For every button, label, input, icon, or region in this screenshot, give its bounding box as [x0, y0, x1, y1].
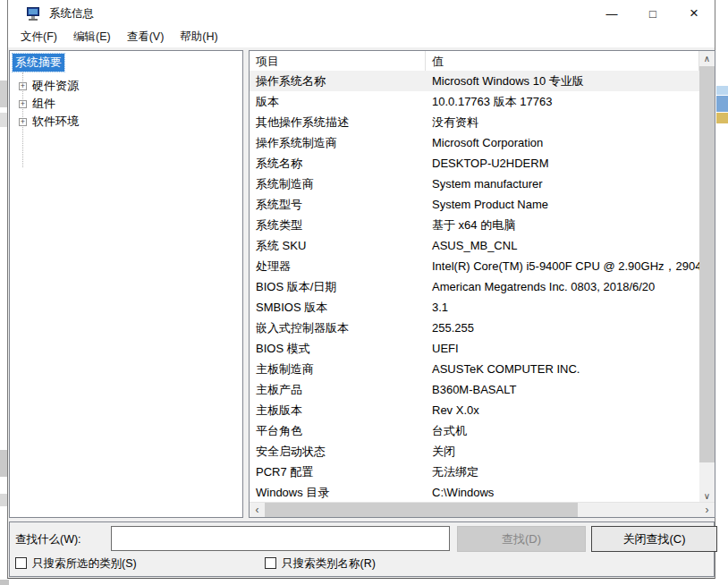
value-cell: American Megatrends Inc. 0803, 2018/6/20 [426, 280, 699, 293]
tree-item-software-environment[interactable]: + 软件环境 [10, 113, 79, 131]
value-cell: 255.255 [426, 321, 699, 335]
value-cell: System Product Name [426, 198, 699, 211]
scroll-left-icon[interactable]: ‹ [250, 503, 265, 517]
table-row[interactable]: 主板版本Rev X.0x [250, 400, 699, 420]
table-row[interactable]: 平台角色台式机 [250, 420, 699, 441]
table-row[interactable]: 系统类型基于 x64 的电脑 [250, 215, 699, 235]
find-button[interactable]: 查找(D) [457, 526, 586, 552]
item-cell: 操作系统制造商 [250, 135, 426, 151]
table-row[interactable]: PCR7 配置无法绑定 [250, 462, 699, 482]
item-cell: Windows 目录 [250, 485, 426, 501]
search-selected-category-label: 只搜索所选的类别(S) [32, 556, 137, 572]
vertical-scroll-thumb[interactable] [699, 66, 715, 462]
list-header: 项目 值 [250, 51, 699, 71]
column-header-item[interactable]: 项目 [250, 51, 426, 71]
table-row[interactable]: 处理器Intel(R) Core(TM) i5-9400F CPU @ 2.90… [250, 256, 699, 276]
table-row[interactable]: 系统 SKUASUS_MB_CNL [250, 235, 699, 256]
expand-plus-icon[interactable]: + [19, 100, 27, 108]
item-cell: BIOS 版本/日期 [250, 279, 426, 295]
value-cell: 关闭 [426, 444, 699, 460]
tree-item-hardware-resources[interactable]: + 硬件资源 [10, 77, 79, 95]
item-cell: 处理器 [250, 259, 426, 275]
item-cell: 系统名称 [250, 156, 426, 172]
expand-plus-icon[interactable]: + [19, 118, 27, 126]
window-controls: — □ × [591, 0, 715, 27]
search-category-names-checkbox[interactable] [265, 557, 276, 569]
table-row[interactable]: BIOS 版本/日期American Megatrends Inc. 0803,… [250, 276, 699, 297]
value-cell: ASUSTeK COMPUTER INC. [426, 362, 699, 376]
vertical-scrollbar[interactable]: ∧ ∨ [699, 51, 715, 504]
table-row[interactable]: 操作系统名称Microsoft Windows 10 专业版 [250, 71, 699, 91]
table-row[interactable]: 版本10.0.17763 版本 17763 [250, 91, 699, 112]
close-find-button[interactable]: 关闭查找(C) [591, 526, 717, 552]
minimize-button[interactable]: — [591, 0, 632, 27]
value-cell: 基于 x64 的电脑 [426, 217, 699, 233]
item-cell: 其他操作系统描述 [250, 114, 426, 131]
item-cell: 系统制造商 [250, 176, 426, 192]
value-cell: 3.1 [426, 301, 699, 314]
menu-file[interactable]: 文件(F) [13, 27, 65, 47]
value-cell: System manufacturer [426, 177, 699, 191]
horizontal-scrollbar[interactable]: ‹ › [250, 502, 715, 517]
rows-container: 操作系统名称Microsoft Windows 10 专业版版本10.0.177… [250, 71, 699, 502]
table-row[interactable]: 系统型号System Product Name [250, 194, 699, 215]
item-cell: BIOS 模式 [250, 341, 426, 357]
item-cell: 系统 SKU [250, 238, 426, 254]
minimize-icon: — [606, 7, 618, 21]
close-icon: × [690, 4, 698, 22]
table-row[interactable]: 嵌入式控制器版本255.255 [250, 318, 699, 338]
scroll-up-icon[interactable]: ∧ [699, 51, 715, 66]
column-header-value[interactable]: 值 [426, 51, 699, 71]
menu-bar: 文件(F) 编辑(E) 查看(V) 帮助(H) [8, 27, 715, 47]
desktop-fragment [0, 450, 7, 477]
item-cell: 安全启动状态 [250, 444, 426, 460]
table-row[interactable]: BIOS 模式UEFI [250, 338, 699, 359]
item-cell: PCR7 配置 [250, 464, 426, 480]
value-cell: 无法绑定 [426, 464, 699, 480]
value-cell: Microsoft Corporation [426, 136, 699, 149]
menu-view[interactable]: 查看(V) [119, 27, 173, 47]
desktop-fragment [0, 81, 7, 107]
value-cell: Microsoft Windows 10 专业版 [426, 73, 699, 89]
table-row[interactable]: 主板制造商ASUSTeK COMPUTER INC. [250, 359, 699, 379]
category-tree-panel: 系统摘要 + 硬件资源 + 组件 + 软件环境 [9, 50, 243, 518]
system-information-window: 系统信息 — □ × 文件(F) 编辑(E) 查看(V) 帮助(H) 系统摘要 … [7, 0, 715, 579]
search-selected-category-checkbox[interactable] [15, 557, 27, 569]
table-row[interactable]: 系统名称DESKTOP-U2HDERM [250, 153, 699, 174]
desktop-fragment [0, 580, 9, 585]
table-row[interactable]: 主板产品B360M-BASALT [250, 379, 699, 400]
value-cell: C:\Windows [426, 486, 699, 499]
close-button[interactable]: × [673, 0, 715, 27]
tree-item-system-summary[interactable]: 系统摘要 [13, 54, 64, 72]
desktop-fragment [716, 96, 728, 112]
value-cell: 10.0.17763 版本 17763 [426, 94, 699, 110]
tree-item-label: 软件环境 [32, 114, 79, 130]
desktop-fragment [0, 494, 7, 506]
tree-item-label: 组件 [32, 96, 55, 112]
table-row[interactable]: SMBIOS 版本3.1 [250, 297, 699, 318]
item-cell: 主板版本 [250, 403, 426, 419]
value-cell: UEFI [426, 342, 699, 355]
table-row[interactable]: 其他操作系统描述没有资料 [250, 112, 699, 132]
details-panel: 项目 值 操作系统名称Microsoft Windows 10 专业版版本10.… [249, 50, 715, 518]
table-row[interactable]: 安全启动状态关闭 [250, 441, 699, 462]
desktop-fragment [716, 113, 728, 123]
value-cell: 没有资料 [426, 114, 699, 131]
find-what-label: 查找什么(W): [15, 532, 81, 547]
tree-item-components[interactable]: + 组件 [10, 95, 55, 113]
scroll-right-icon[interactable]: › [699, 503, 715, 517]
table-row[interactable]: 系统制造商System manufacturer [250, 174, 699, 194]
maximize-icon: □ [649, 7, 656, 21]
value-cell: Intel(R) Core(TM) i5-9400F CPU @ 2.90GHz… [426, 259, 699, 275]
maximize-button[interactable]: □ [632, 0, 673, 27]
table-row[interactable]: Windows 目录C:\Windows [250, 482, 699, 502]
search-category-names-label: 只搜索类别名称(R) [282, 556, 376, 572]
value-cell: DESKTOP-U2HDERM [426, 157, 699, 170]
horizontal-scroll-thumb[interactable] [265, 503, 578, 517]
menu-edit[interactable]: 编辑(E) [65, 27, 119, 47]
item-cell: 版本 [250, 94, 426, 110]
expand-plus-icon[interactable]: + [19, 82, 27, 90]
table-row[interactable]: 操作系统制造商Microsoft Corporation [250, 132, 699, 153]
find-input[interactable] [111, 526, 450, 551]
menu-help[interactable]: 帮助(H) [172, 27, 225, 47]
